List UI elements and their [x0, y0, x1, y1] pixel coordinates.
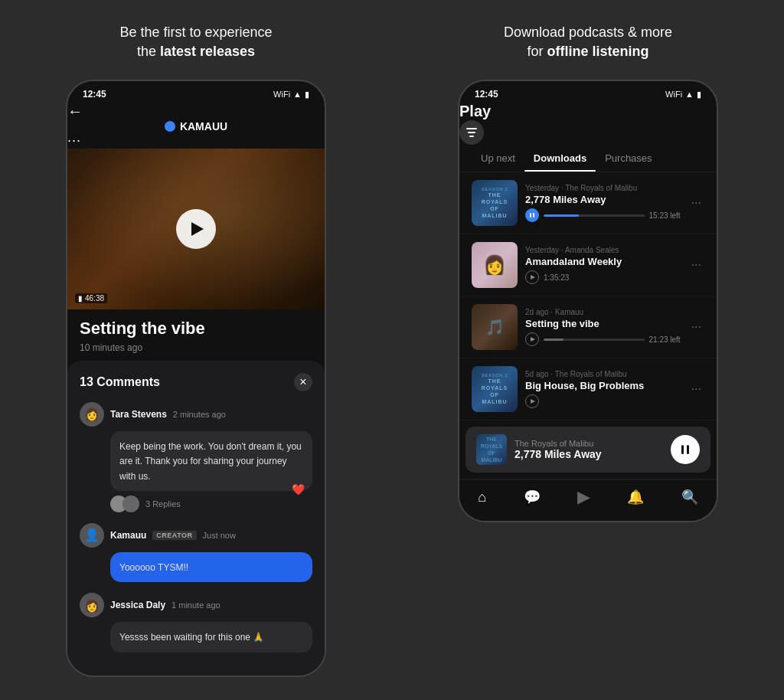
np-thumbnail: THEROYALSOFMALIBU — [476, 434, 507, 465]
podcast-info: Yesterday · Amanda Seales Amandaland Wee… — [525, 246, 681, 284]
progress-bar — [544, 339, 645, 341]
episode-thumbnail: SEASON 2 THEROYALSOFMALIBU — [472, 180, 518, 226]
wifi-icon: WiFi — [273, 90, 290, 99]
avatar: 👩 — [80, 402, 104, 427]
podcast-item[interactable]: 🎵 2d ago · Kamauu Setting the vibe 21:23… — [459, 296, 717, 358]
comment-text: Yessss been waiting for this one 🙏 — [119, 632, 264, 643]
nav-home[interactable]: ⌂ — [478, 489, 486, 507]
right-panel: Download podcasts & more for offline lis… — [392, 0, 784, 538]
comment-text: Keep being the work. You don't dream it,… — [119, 441, 302, 482]
status-icons: WiFi ▲ ▮ — [665, 90, 701, 100]
more-options-button[interactable]: ··· — [688, 379, 704, 399]
np-title: 2,778 Miles Away — [514, 448, 663, 460]
back-arrow-icon[interactable]: ← — [67, 103, 83, 119]
podcast-list: SEASON 2 THEROYALSOFMALIBU Yesterday · T… — [459, 172, 717, 420]
tab-bar: Up next Downloads Purchases — [459, 145, 717, 172]
podcast-item[interactable]: SEASON 2 THEROYALSOFMALIBU 5d ago · The … — [459, 358, 717, 420]
np-info: The Royals of Malibu 2,778 Miles Away — [514, 439, 663, 460]
play-button[interactable] — [176, 209, 216, 249]
episode-thumbnail: SEASON 2 THEROYALSOFMALIBU — [472, 366, 518, 412]
tab-downloads[interactable]: Downloads — [524, 145, 596, 172]
comment-user-row: 👩 Tara Stevens 2 minutes ago — [80, 402, 312, 427]
avatar: 👩 — [80, 593, 104, 617]
np-pause-button[interactable] — [671, 435, 700, 464]
comment-time: Just now — [203, 531, 236, 540]
podcast-item[interactable]: 👩 Yesterday · Amanda Seales Amandaland W… — [459, 234, 717, 296]
comment-user-row: 👩 Jessica Daly 1 minute ago — [80, 593, 312, 617]
replies-row[interactable]: 3 Replies — [110, 496, 312, 512]
home-icon: ⌂ — [478, 489, 486, 505]
video-title: Setting the vibe — [80, 319, 312, 339]
podcast-name: Setting the vibe — [525, 318, 681, 329]
time-left: 21:23 left — [649, 335, 681, 344]
play-icon[interactable] — [525, 394, 539, 408]
creator-badge: CREATOR — [152, 531, 196, 540]
video-thumbnail[interactable]: ▮ 46:38 — [67, 149, 325, 309]
more-options-button[interactable]: ··· — [688, 317, 704, 337]
podcast-progress: 1:35:23 — [525, 270, 681, 284]
podcast-item[interactable]: SEASON 2 THEROYALSOFMALIBU Yesterday · T… — [459, 172, 717, 234]
episode-thumbnail: 🎵 — [472, 304, 518, 350]
comment-bubble: Keep being the work. You don't dream it,… — [110, 431, 312, 491]
reply-avatars — [110, 496, 139, 512]
play-icon: ▶ — [577, 487, 590, 507]
tab-purchases[interactable]: Purchases — [596, 145, 661, 172]
avatar: 👤 — [80, 523, 104, 548]
nav-title: KAMAUU — [67, 120, 325, 132]
pause-icon[interactable] — [525, 208, 539, 222]
signal-icon: ▲ — [293, 90, 302, 99]
podcast-meta: 5d ago · The Royals of Malibu — [525, 370, 681, 378]
status-time: 12:45 — [475, 89, 498, 100]
play-header: Play — [459, 103, 717, 145]
left-headline: Be the first to experience the latest re… — [119, 23, 272, 61]
nav-notifications[interactable]: 🔔 — [627, 489, 644, 507]
logo-icon — [165, 121, 175, 132]
podcast-progress: 15:23 left — [525, 208, 681, 222]
more-icon[interactable]: ··· — [67, 132, 81, 148]
comment-time: 1 minute ago — [172, 600, 220, 610]
comment-user-row: 👤 Kamauu CREATOR Just now — [80, 523, 312, 548]
nav-play[interactable]: ▶ — [577, 487, 590, 509]
bell-icon: 🔔 — [627, 489, 644, 505]
play-icon[interactable] — [525, 332, 539, 346]
comments-header: 13 Comments × — [80, 373, 312, 391]
play-title: Play — [459, 103, 491, 119]
comments-icon: 💬 — [524, 489, 541, 505]
podcast-progress — [525, 394, 681, 408]
now-playing-bar[interactable]: THEROYALSOFMALIBU The Royals of Malibu 2… — [466, 427, 710, 473]
comment-item: 👤 Kamauu CREATOR Just now Yoooooo TYSM!! — [80, 523, 312, 582]
tab-up-next[interactable]: Up next — [472, 145, 524, 172]
creator-comment-bubble: Yoooooo TYSM!! — [110, 552, 312, 582]
more-options-button[interactable]: ··· — [688, 255, 704, 275]
video-duration: ▮ 46:38 — [75, 293, 107, 303]
close-button[interactable]: × — [294, 373, 312, 391]
nav-bar: ← KAMAUU ··· — [67, 103, 325, 149]
filter-line — [469, 136, 474, 137]
comment-item: 👩 Tara Stevens 2 minutes ago Keep being … — [80, 402, 312, 512]
show-label: THEROYALSOFMALIBU — [482, 191, 508, 219]
filter-line — [468, 132, 475, 133]
filter-button[interactable] — [459, 120, 484, 145]
search-icon: 🔍 — [681, 489, 698, 505]
show-label: THEROYALSOFMALIBU — [482, 378, 508, 405]
wifi-icon: WiFi — [665, 90, 682, 99]
podcast-info: 2d ago · Kamauu Setting the vibe 21:23 l… — [525, 308, 681, 346]
comment-item: 👩 Jessica Daly 1 minute ago Yessss been … — [80, 593, 312, 652]
comment-username: Tara Stevens — [110, 409, 167, 420]
podcast-progress: 21:23 left — [525, 332, 681, 346]
status-bar: 12:45 WiFi ▲ ▮ — [67, 81, 325, 103]
nav-comments[interactable]: 💬 — [524, 489, 541, 507]
bottom-nav: ⌂ 💬 ▶ 🔔 🔍 — [459, 479, 717, 521]
right-phone: 12:45 WiFi ▲ ▮ Play Up next Downloads Pu… — [458, 80, 718, 522]
signal-icon: ▲ — [685, 90, 694, 99]
podcast-meta: 2d ago · Kamauu — [525, 308, 681, 316]
np-show: The Royals of Malibu — [514, 439, 663, 448]
play-icon[interactable] — [525, 270, 539, 284]
left-panel: Be the first to experience the latest re… — [0, 0, 392, 692]
comments-panel: 13 Comments × 👩 Tara Stevens 2 minutes a… — [67, 361, 325, 675]
podcast-name: 2,778 Miles Away — [525, 194, 681, 205]
nav-search[interactable]: 🔍 — [681, 489, 698, 507]
video-time-ago: 10 minutes ago — [80, 342, 312, 353]
podcast-info: Yesterday · The Royals of Malibu 2,778 M… — [525, 184, 681, 222]
more-options-button[interactable]: ··· — [688, 193, 704, 213]
